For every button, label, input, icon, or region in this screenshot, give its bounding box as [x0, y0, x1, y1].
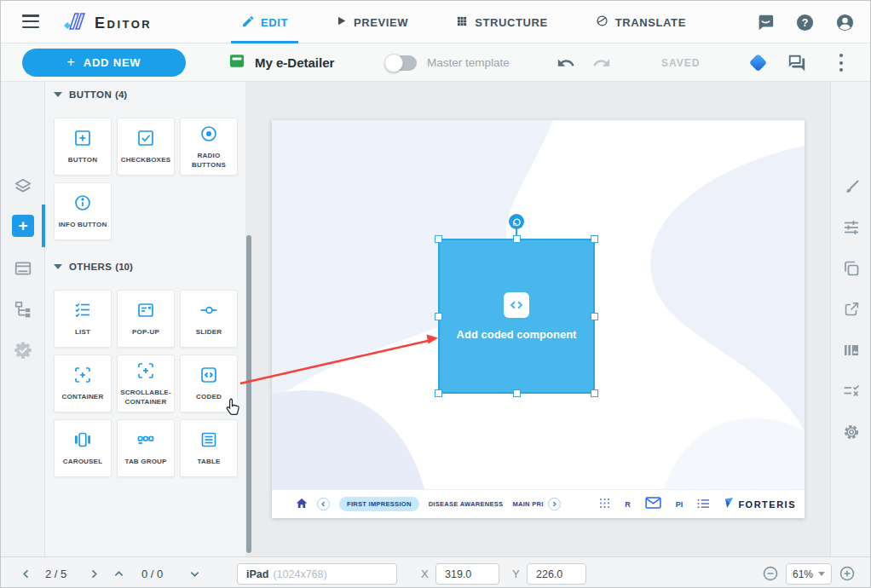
y-label: Y	[512, 557, 520, 588]
grid-dots-icon[interactable]	[599, 497, 610, 512]
resize-handle-ne[interactable]	[591, 235, 598, 243]
kebab-menu-icon[interactable]	[835, 54, 847, 72]
columns-image-icon[interactable]	[842, 341, 861, 360]
tile-scrollable-container[interactable]: SCROLLABLE-CONTAINER	[117, 355, 175, 412]
next-page-icon[interactable]	[89, 557, 99, 588]
left-icon-rail: +	[1, 82, 45, 556]
tune-icon[interactable]	[842, 218, 861, 237]
section-header-others[interactable]: OTHERS (10)	[54, 262, 133, 272]
resize-handle-w[interactable]	[435, 313, 442, 320]
slide[interactable]: Add coded component	[272, 120, 805, 518]
open-in-new-icon[interactable]	[842, 300, 861, 319]
zoom-level-select[interactable]: 61%	[786, 563, 832, 585]
tab-edit[interactable]: EDIT	[231, 1, 298, 43]
gear-icon[interactable]	[842, 423, 861, 441]
coded-component[interactable]: Add coded component	[438, 239, 595, 394]
device-green-icon	[229, 54, 245, 72]
hamburger-menu-icon[interactable]	[22, 14, 39, 28]
zoom-in-icon[interactable]	[839, 566, 855, 581]
layers-icon[interactable]	[14, 177, 32, 196]
tab-structure[interactable]: STRUCTURE	[446, 1, 558, 43]
slide-nav-right: R PI FORTERIS	[599, 490, 796, 518]
add-components-rail-button[interactable]: +	[12, 215, 34, 237]
tile-tab-group[interactable]: TAB GROUP	[117, 419, 175, 477]
tab-preview[interactable]: PREVIEW	[326, 1, 418, 43]
account-icon[interactable]	[835, 13, 855, 32]
device-name: iPad	[246, 568, 268, 580]
tile-slider[interactable]: SLIDER	[180, 290, 238, 348]
add-new-button[interactable]: + ADD NEW	[22, 49, 186, 77]
screens-icon[interactable]	[14, 259, 32, 278]
zoom-out-icon[interactable]	[763, 566, 778, 581]
forum-icon[interactable]	[787, 43, 806, 82]
chevron-right-icon[interactable]	[548, 498, 561, 510]
nav-page[interactable]: DISEASE AWARENESS	[429, 500, 504, 508]
tile-container[interactable]: CONTAINER	[54, 355, 112, 412]
chevron-left-icon[interactable]	[317, 498, 330, 510]
document-title: My e-Detailer	[255, 55, 334, 70]
resize-handle-sw[interactable]	[435, 389, 442, 397]
layer-indicator: 0 / 0	[141, 557, 163, 588]
copy-icon[interactable]	[842, 259, 861, 278]
tile-button[interactable]: BUTTON	[54, 118, 112, 176]
layer-up-icon[interactable]	[114, 557, 124, 588]
brush-icon[interactable]	[842, 178, 861, 197]
tile-table[interactable]: TABLE	[180, 419, 238, 477]
rail-active-indicator	[42, 205, 45, 247]
device-selector[interactable]: iPad (1024x768)	[237, 563, 397, 585]
section-header-button[interactable]: BUTTON (4)	[54, 89, 127, 100]
nav-pi-label[interactable]: PI	[676, 500, 684, 509]
add-plus-icon: +	[18, 217, 27, 233]
redo-icon[interactable]	[592, 43, 611, 82]
device-resolution: (1024x768)	[273, 568, 326, 580]
tab-translate[interactable]: TRANSLATE	[585, 1, 696, 43]
forteris-logo-icon	[724, 497, 734, 512]
tab-group-icon	[136, 429, 156, 453]
chat-smile-icon[interactable]	[756, 13, 775, 32]
y-coordinate-input[interactable]: 226.0	[527, 563, 586, 585]
chevron-down-icon	[54, 264, 62, 269]
logo-text: Editor	[95, 14, 152, 32]
master-template-toggle[interactable]	[386, 55, 417, 71]
panel-scrollbar-track[interactable]	[245, 82, 252, 556]
status-bar: 2 / 5 0 / 0 iPad (1024x768) X 319.0 Y 22…	[1, 556, 871, 588]
main-tabs: EDIT PREVIEW STRUCTURE	[231, 1, 696, 43]
prev-page-icon[interactable]	[21, 557, 31, 588]
toggle-knob	[384, 54, 403, 72]
tile-checkboxes[interactable]: CHECKBOXES	[117, 118, 175, 176]
carousel-icon	[72, 429, 93, 453]
resize-handle-n[interactable]	[513, 235, 521, 243]
rotate-handle-icon[interactable]	[509, 214, 524, 229]
tile-info-button[interactable]: INFO BUTTON	[54, 182, 112, 240]
nav-page-active[interactable]: FIRST IMPRESSION	[339, 497, 419, 511]
list-check-x-icon[interactable]	[842, 382, 861, 401]
layer-down-icon[interactable]	[190, 557, 199, 588]
nav-page[interactable]: MAIN PRI	[512, 500, 543, 508]
nav-r-label[interactable]: R	[625, 500, 631, 509]
code-badge-icon	[504, 292, 529, 318]
tile-carousel[interactable]: CAROUSEL	[54, 419, 112, 477]
mail-icon[interactable]	[645, 497, 661, 512]
diamond-icon[interactable]	[749, 54, 767, 72]
resize-handle-e[interactable]	[591, 313, 598, 320]
tile-coded[interactable]: CODED	[180, 355, 238, 412]
forteris-brand[interactable]: FORTERIS	[724, 497, 796, 512]
undo-icon[interactable]	[557, 43, 575, 82]
tree-icon[interactable]	[14, 300, 32, 319]
chevron-down-icon	[54, 92, 62, 97]
list-bullets-icon[interactable]	[697, 497, 710, 512]
badge-check-icon[interactable]	[14, 341, 32, 360]
secondary-toolbar: + ADD NEW My e-Detailer Master template …	[1, 43, 871, 82]
help-icon[interactable]: ?	[795, 13, 815, 32]
resize-handle-s[interactable]	[513, 389, 521, 397]
resize-handle-se[interactable]	[591, 389, 598, 397]
tile-list[interactable]: LIST	[54, 290, 112, 348]
home-icon[interactable]	[296, 497, 308, 512]
panel-scrollbar-thumb[interactable]	[246, 235, 251, 553]
button-icon	[72, 128, 93, 152]
x-coordinate-input[interactable]: 319.0	[436, 563, 499, 585]
resize-handle-nw[interactable]	[435, 235, 442, 243]
tile-popup[interactable]: POP-UP	[117, 290, 175, 348]
tile-radio-buttons[interactable]: RADIO BUTTONS	[180, 118, 238, 176]
canvas-workspace[interactable]: Add coded component	[252, 82, 830, 556]
